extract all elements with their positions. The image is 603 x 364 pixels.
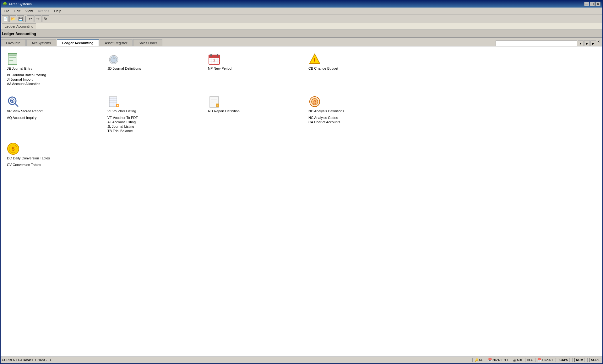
content-area: Favourite AceSystems Ledger Accounting A… (1, 38, 602, 356)
calendar-icon: 📅 (488, 358, 492, 362)
nd-icon-group: @ ND Analysis Definitions (308, 95, 396, 113)
status-caps: CAPS (556, 358, 570, 362)
menu-edit[interactable]: Edit (12, 8, 23, 13)
group-vl: VL Voucher Listing VF Voucher To PDF AL … (107, 95, 195, 133)
tab-asset-register[interactable]: Asset Register (100, 39, 133, 46)
cb-label[interactable]: CB Change Budget (308, 67, 338, 70)
search-dropdown-btn[interactable]: ▼ (578, 40, 584, 46)
nc-link[interactable]: NC Analysis Codes (308, 115, 396, 120)
vf-link[interactable]: VF Voucher To PDF (107, 115, 195, 120)
vl-label[interactable]: VL Voucher Listing (107, 109, 136, 113)
aul-label: AUL (517, 358, 523, 362)
svg-rect-5 (8, 53, 17, 56)
svg-point-25 (11, 100, 13, 102)
group-dc: $ DC Daily Conversion Tables CV Conversi… (7, 142, 95, 167)
menu-actions: Actions (35, 8, 52, 13)
group-np: 1 NP New Period (208, 53, 296, 86)
top-tab-label[interactable]: Ledger Accounting (2, 23, 36, 29)
svg-rect-12 (210, 54, 212, 56)
bp-link[interactable]: BP Journal Batch Posting (7, 73, 95, 77)
toolbar-new[interactable]: 📄 (2, 15, 9, 22)
status-date: 📅 2021/11/11 (486, 358, 508, 362)
menu-file[interactable]: File (1, 8, 12, 13)
vr-label[interactable]: VR View Stored Report (7, 109, 43, 113)
je-label[interactable]: JE Journal Entry (7, 67, 32, 70)
menu-bar: File Edit View Actions Help (1, 8, 602, 14)
tb-link[interactable]: TB Trial Balance (107, 129, 195, 133)
restore-button[interactable]: ❐ (590, 2, 595, 6)
rd-label[interactable]: RD Report Definition (208, 109, 240, 113)
search-extra-btn[interactable]: ▶ (590, 40, 596, 46)
toolbar-back[interactable]: ↩ (27, 15, 34, 22)
close-button[interactable]: ✕ (595, 2, 600, 6)
journal-entry-icon (7, 53, 19, 65)
title-bar-left: 🌳 ATree Systems (3, 2, 32, 6)
toolbar-sep1 (25, 16, 26, 22)
np-label[interactable]: NP New Period (208, 67, 231, 70)
a-label: A (530, 358, 533, 362)
svg-text:1: 1 (213, 58, 215, 62)
close-tab-button[interactable]: ✕ (596, 39, 601, 44)
top-tab-area: Ledger Accounting (1, 23, 602, 30)
status-message: CURRENT DATABASE CHANGED (2, 358, 470, 362)
app-title: ATree Systems (8, 2, 32, 6)
cv-link[interactable]: CV Conversion Tables (7, 163, 95, 167)
section-3: $ DC Daily Conversion Tables CV Conversi… (7, 142, 596, 167)
new-period-icon: 1 (208, 53, 220, 65)
tab-ledger-accounting[interactable]: Ledger Accounting (57, 39, 99, 46)
nd-label[interactable]: ND Analysis Definitions (308, 109, 344, 113)
section-2: VR View Stored Report AQ Account Inquiry (7, 95, 596, 133)
rd-icon-group: RD Report Definition (208, 95, 296, 113)
analysis-definitions-icon: @ (308, 95, 321, 108)
ji-link[interactable]: JI Journal Import (7, 77, 95, 82)
status-kc: 🔑 KC (472, 358, 483, 362)
cb-icon-group: ! CB Change Budget (308, 53, 396, 70)
svg-text:!: ! (314, 58, 315, 63)
search-go-btn[interactable]: ▶ (584, 40, 590, 46)
dc-label[interactable]: DC Daily Conversion Tables (7, 156, 50, 160)
aa-link[interactable]: AA Account Allocation (7, 82, 95, 86)
jd-icon-group: JD Journal Definitions (107, 53, 195, 70)
tab-favourite[interactable]: Favourite (1, 39, 26, 46)
daily-conversion-icon: $ (7, 142, 19, 155)
change-budget-icon: ! (308, 53, 321, 65)
status-num: NUM (572, 358, 585, 362)
ca-link[interactable]: CA Char of Accounts (308, 120, 396, 124)
scrl-badge: SCRL (589, 358, 601, 362)
jd-label[interactable]: JD Journal Definitions (107, 67, 141, 70)
status-aul: 🖨 AUL (511, 358, 523, 362)
main-content: JE Journal Entry BP Journal Batch Postin… (1, 46, 602, 356)
vl-icon-group: VL Voucher Listing (107, 95, 195, 113)
vr-icon-group: VR View Stored Report (7, 95, 95, 113)
jl-link[interactable]: JL Journal Listing (107, 124, 195, 129)
toolbar-save[interactable]: 💾 (17, 15, 24, 22)
search-input[interactable] (496, 40, 577, 46)
report-definition-icon (208, 95, 220, 108)
menu-help[interactable]: Help (52, 8, 64, 13)
group-jd: JD Journal Definitions (107, 53, 195, 86)
toolbar-forward[interactable]: ↪ (35, 15, 41, 22)
al-link[interactable]: AL Account Listing (107, 120, 195, 124)
title-bar: 🌳 ATree Systems — ❐ ✕ (1, 1, 602, 8)
dc-icon-group: $ DC Daily Conversion Tables (7, 142, 95, 160)
app-icon: 🌳 (3, 2, 7, 6)
svg-text:@: @ (313, 100, 317, 104)
toolbar-refresh[interactable]: ↻ (42, 15, 49, 22)
tab-sales-order[interactable]: Sales Order (133, 39, 162, 46)
section-1: JE Journal Entry BP Journal Batch Postin… (7, 53, 596, 86)
kc-label: KC (479, 358, 483, 362)
tab-acesystems[interactable]: AceSystems (26, 39, 56, 46)
minimize-button[interactable]: — (584, 2, 589, 6)
date-label: 2021/11/11 (492, 358, 508, 362)
aq-link[interactable]: AQ Account Inquiry (7, 115, 95, 120)
view-stored-report-icon (7, 95, 19, 108)
journal-definitions-icon (107, 53, 120, 65)
voucher-listing-icon (107, 95, 120, 108)
group-je: JE Journal Entry BP Journal Batch Postin… (7, 53, 95, 86)
status-a: ✉ A (525, 358, 533, 362)
svg-rect-13 (217, 54, 218, 56)
menu-view[interactable]: View (23, 8, 35, 13)
toolbar-open[interactable]: 📂 (9, 15, 16, 22)
status-scrl: SCRL (587, 358, 601, 362)
group-vr: VR View Stored Report AQ Account Inquiry (7, 95, 95, 133)
